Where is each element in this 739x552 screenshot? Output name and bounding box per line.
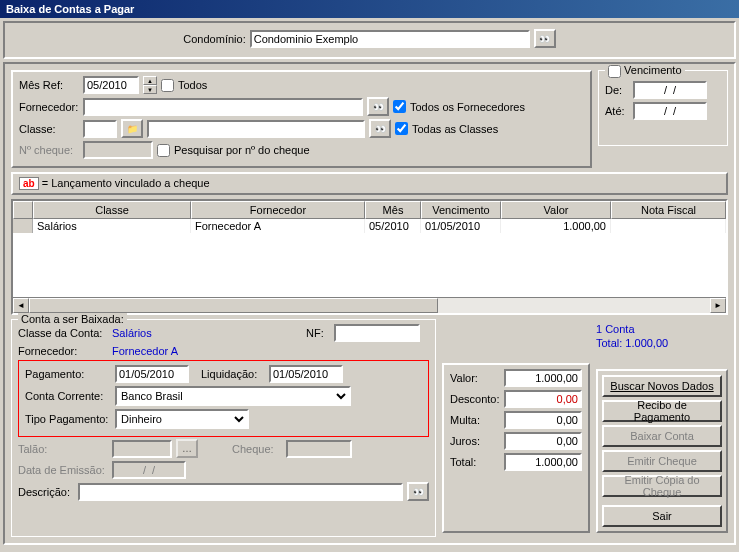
window-titlebar: Baixa de Contas a Pagar xyxy=(0,0,739,18)
scroll-right-button[interactable]: ► xyxy=(710,298,726,313)
liquidacao-label: Liquidação: xyxy=(201,368,265,380)
conta-fornecedor-value: Fornecedor A xyxy=(112,345,178,357)
conta-corrente-select[interactable]: Banco Brasil xyxy=(115,386,351,406)
data-emissao-label: Data de Emissão: xyxy=(18,464,108,476)
descricao-label: Descrição: xyxy=(18,486,74,498)
mes-ref-label: Mês Ref: xyxy=(19,79,79,91)
todos-fornecedores-label: Todos os Fornecedores xyxy=(410,101,525,113)
window-title: Baixa de Contas a Pagar xyxy=(6,3,134,15)
pesquisar-cheque-label: Pesquisar por nº do cheque xyxy=(174,144,310,156)
grid-col-marker[interactable] xyxy=(13,201,33,219)
filters-panel: Mês Ref: ▲▼ Todos Fornecedor: Todos os F… xyxy=(11,70,592,168)
conta-legend: Conta a ser Baixada: xyxy=(18,313,127,325)
fornecedor-search-button[interactable] xyxy=(367,97,389,116)
mes-ref-input[interactable] xyxy=(83,76,139,94)
grid-col-mes[interactable]: Mês xyxy=(365,201,421,219)
scroll-track[interactable] xyxy=(29,298,710,313)
spin-down-icon[interactable]: ▼ xyxy=(143,85,157,94)
vencimento-ate-input[interactable] xyxy=(633,102,707,120)
classe-name-input[interactable] xyxy=(147,120,365,138)
data-emissao-input xyxy=(112,461,186,479)
results-grid[interactable]: Classe Fornecedor Mês Vencimento Valor N… xyxy=(11,199,728,315)
vencimento-de-label: De: xyxy=(605,84,629,96)
row-marker xyxy=(13,219,33,233)
classe-label: Classe: xyxy=(19,123,79,135)
buscar-novos-dados-button[interactable]: Buscar Novos Dados xyxy=(602,375,722,397)
desconto-input[interactable] xyxy=(504,390,582,408)
todas-classes-checkbox[interactable] xyxy=(395,122,408,135)
talao-input xyxy=(112,440,172,458)
conta-nf-input[interactable] xyxy=(334,324,420,342)
cell-vencimento: 01/05/2010 xyxy=(421,219,501,233)
valor-label: Valor: xyxy=(450,372,500,384)
liquidacao-input[interactable] xyxy=(269,365,343,383)
conta-corrente-label: Conta Corrente: xyxy=(25,390,111,402)
grid-col-fornecedor[interactable]: Fornecedor xyxy=(191,201,365,219)
pagamento-label: Pagamento: xyxy=(25,368,111,380)
payment-highlight-box: Pagamento: Liquidação: Conta Corrente: B… xyxy=(18,360,429,437)
todos-fornecedores-checkbox[interactable] xyxy=(393,100,406,113)
tipo-pagamento-select[interactable]: Dinheiro xyxy=(115,409,249,429)
grid-col-valor[interactable]: Valor xyxy=(501,201,611,219)
pagamento-input[interactable] xyxy=(115,365,189,383)
valores-panel: Valor: Desconto: Multa: Juros: Total: xyxy=(442,363,590,533)
fornecedor-input[interactable] xyxy=(83,98,363,116)
multa-input[interactable] xyxy=(504,411,582,429)
vencimento-checkbox[interactable] xyxy=(608,65,621,78)
sair-button[interactable]: Sair xyxy=(602,505,722,527)
grid-col-vencimento[interactable]: Vencimento xyxy=(421,201,501,219)
classe-folder-button[interactable] xyxy=(121,119,143,138)
cheque-label: Cheque: xyxy=(232,443,282,455)
no-cheque-input xyxy=(83,141,153,159)
summary-count: 1 Conta xyxy=(596,323,728,335)
grid-scrollbar[interactable]: ◄ ► xyxy=(13,297,726,313)
conta-fornecedor-label: Fornecedor: xyxy=(18,345,108,357)
vencimento-fieldset: Vencimento De: Até: xyxy=(598,70,728,146)
fornecedor-label: Fornecedor: xyxy=(19,101,79,113)
cell-fornecedor: Fornecedor A xyxy=(191,219,365,233)
juros-input[interactable] xyxy=(504,432,582,450)
condominio-label: Condomínio: xyxy=(183,33,245,45)
scroll-left-button[interactable]: ◄ xyxy=(13,298,29,313)
conta-nf-label: NF: xyxy=(306,327,330,339)
buttons-panel: Buscar Novos Dados Recibo de Pagamento B… xyxy=(596,369,728,533)
grid-header: Classe Fornecedor Mês Vencimento Valor N… xyxy=(13,201,726,219)
todos-label: Todos xyxy=(178,79,207,91)
binoculars-icon xyxy=(413,486,424,497)
main-panel: Mês Ref: ▲▼ Todos Fornecedor: Todos os F… xyxy=(3,62,736,545)
talao-label: Talão: xyxy=(18,443,108,455)
grid-col-nf[interactable]: Nota Fiscal xyxy=(611,201,726,219)
descricao-search-button[interactable] xyxy=(407,482,429,501)
valor-input[interactable] xyxy=(504,369,582,387)
juros-label: Juros: xyxy=(450,435,500,447)
total-label: Total: xyxy=(450,456,500,468)
scroll-thumb[interactable] xyxy=(29,298,438,313)
ab-note-text: = Lançamento vinculado a cheque xyxy=(42,177,210,189)
condominio-input[interactable] xyxy=(250,30,530,48)
condominio-panel: Condomínio: xyxy=(3,21,736,59)
todas-classes-label: Todas as Classes xyxy=(412,123,498,135)
grid-col-classe[interactable]: Classe xyxy=(33,201,191,219)
mes-ref-spinner[interactable]: ▲▼ xyxy=(143,76,157,94)
cell-valor: 1.000,00 xyxy=(501,219,611,233)
recibo-pagamento-button[interactable]: Recibo de Pagamento xyxy=(602,400,722,422)
ab-badge: ab xyxy=(19,177,39,190)
todos-checkbox[interactable] xyxy=(161,79,174,92)
tipo-pagamento-label: Tipo Pagamento: xyxy=(25,413,111,425)
conta-classe-label: Classe da Conta: xyxy=(18,327,108,339)
table-row[interactable]: Salários Fornecedor A 05/2010 01/05/2010… xyxy=(13,219,726,233)
cell-classe: Salários xyxy=(33,219,191,233)
pesquisar-cheque-checkbox[interactable] xyxy=(157,144,170,157)
spin-up-icon[interactable]: ▲ xyxy=(143,76,157,85)
descricao-input[interactable] xyxy=(78,483,403,501)
cell-mes: 05/2010 xyxy=(365,219,421,233)
summary-total: Total: 1.000,00 xyxy=(596,337,728,349)
binoculars-icon xyxy=(373,101,384,112)
multa-label: Multa: xyxy=(450,414,500,426)
condominio-search-button[interactable] xyxy=(534,29,556,48)
grid-body: Salários Fornecedor A 05/2010 01/05/2010… xyxy=(13,219,726,297)
vencimento-de-input[interactable] xyxy=(633,81,707,99)
classe-search-button[interactable] xyxy=(369,119,391,138)
classe-code-input[interactable] xyxy=(83,120,117,138)
total-input[interactable] xyxy=(504,453,582,471)
